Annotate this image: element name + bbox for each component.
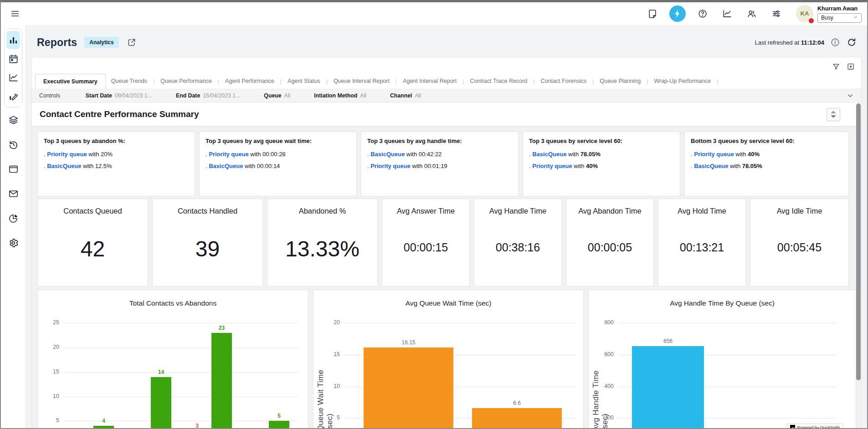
tab-contact-forensics[interactable]: Contact Forensics: [535, 74, 592, 89]
chart-bar[interactable]: [632, 346, 704, 429]
queue-link[interactable]: Priority queue: [694, 151, 734, 158]
tab-queue-performance[interactable]: Queue Performance: [155, 74, 217, 89]
sidebar-item-design-brush[interactable]: [6, 87, 20, 105]
chart-bar[interactable]: [211, 333, 232, 428]
filter-channel[interactable]: ChannelAll: [390, 92, 421, 99]
chart-card-3: Avg Handle Time By Queue (sec)Avg Handle…: [588, 290, 856, 428]
sidebar-item-history[interactable]: [6, 139, 20, 150]
tab-agent-interval-report[interactable]: Agent Interval Report: [397, 74, 462, 89]
insight-value: 40%: [586, 163, 598, 169]
queue-link[interactable]: BasicQueue: [532, 151, 566, 158]
filter-start-date[interactable]: Start Date09/04/2023 1...: [86, 92, 152, 99]
insight-line: . Priority queue with 40%: [529, 160, 674, 172]
bolt-icon[interactable]: [669, 5, 686, 22]
sidebar-item-bar-chart[interactable]: [6, 31, 20, 49]
tab-agent-performance[interactable]: Agent Performance: [220, 74, 280, 89]
filter-icon[interactable]: [831, 61, 841, 72]
queue-link[interactable]: BasicQueue: [209, 163, 243, 169]
insight-title: Bottom 3 queues by service level 60:: [691, 138, 842, 144]
filter-end-date[interactable]: End Date15/04/2023 1...: [176, 92, 240, 99]
tab-agent-status[interactable]: Agent Status: [282, 74, 326, 89]
controls-chevron-icon[interactable]: [847, 92, 854, 99]
sheet-spinner[interactable]: [827, 108, 840, 121]
spinner-down-icon[interactable]: [831, 115, 836, 118]
filter-intiation-method[interactable]: Intiation MethodAll: [314, 92, 366, 99]
insight-text: with: [81, 163, 95, 169]
status-select[interactable]: Busy: [817, 13, 862, 23]
insight-line: . BasicQueue with 78.05%: [691, 160, 842, 172]
help-icon[interactable]: [695, 6, 710, 21]
kpi-value: 00:00:15: [404, 241, 448, 254]
filter-queue[interactable]: QueueAll: [264, 92, 290, 99]
metrics-icon[interactable]: [719, 6, 735, 21]
dashboard: Contact Centre Performance Summary Top 3…: [32, 102, 861, 428]
y-tick-label: 15: [320, 351, 340, 358]
spinner-up-icon[interactable]: [831, 111, 836, 113]
calendar-icon: [8, 54, 19, 64]
external-link-icon[interactable]: [127, 38, 136, 47]
queue-link[interactable]: BasicQueue: [370, 151, 405, 158]
chart-bar[interactable]: [269, 421, 289, 428]
y-tick-label: 15: [39, 368, 59, 375]
tab-queue-interval-report[interactable]: Queue Interval Report: [328, 74, 395, 89]
topbar-right: KA Khurram Awan Busy: [645, 5, 862, 23]
chart-bar[interactable]: [151, 377, 171, 429]
note-icon[interactable]: [645, 6, 660, 21]
y-tick-label: 400: [594, 383, 614, 389]
kpi-card: Avg Abandon Time00:00:05: [566, 199, 654, 286]
powered-by-text: Powered by QuickSight: [797, 425, 840, 429]
menu-icon[interactable]: [7, 6, 23, 21]
chart-title: Total Contacts vs Abandons: [38, 299, 308, 307]
chart-card-2: Avg Queue Wait Time (sec)Queue Wait Time…: [313, 290, 584, 428]
tab-separator: |: [716, 78, 719, 85]
insight-title: Top 3 queues by avg queue wait time:: [205, 138, 350, 144]
chart-bar[interactable]: [93, 426, 114, 428]
kpi-label: Avg Idle Time: [777, 207, 822, 215]
tab-executive-summary[interactable]: Executive Summary: [35, 74, 106, 89]
controls-bar: Controls Start Date09/04/2023 1...End Da…: [32, 89, 861, 102]
layers-icon: [8, 115, 19, 125]
scrollbar-thumb[interactable]: [856, 103, 861, 380]
sidebar-item-line-chart[interactable]: [6, 68, 20, 87]
topbar-icons: [645, 5, 784, 22]
sliders-icon[interactable]: [769, 6, 784, 21]
dashboard-scrollbar[interactable]: [856, 102, 861, 428]
y-tick-label: 20: [320, 319, 340, 326]
tab-wrap-up-performance[interactable]: Wrap-Up Performance: [648, 74, 716, 89]
insight-value: 12.5%: [95, 163, 112, 169]
bar-value-label: 23: [206, 325, 238, 331]
sidebar-item-layers[interactable]: [6, 115, 20, 125]
tab-queue-planning[interactable]: Queue Planning: [594, 74, 646, 89]
sidebar-item-email[interactable]: [6, 189, 20, 199]
kpi-value: 00:13:21: [680, 241, 724, 254]
filter-label: Channel: [390, 92, 412, 99]
filter-value: All: [284, 92, 291, 99]
insight-value: 20%: [101, 151, 113, 158]
queue-link[interactable]: Priority queue: [47, 151, 87, 158]
tab-queue-trends[interactable]: Queue Trends: [106, 74, 153, 89]
avatar[interactable]: KA: [796, 5, 813, 22]
email-icon: [8, 189, 19, 199]
queue-link[interactable]: Priority queue: [532, 163, 572, 169]
insight-value: 40%: [748, 151, 760, 158]
sidebar-item-window[interactable]: [6, 164, 20, 174]
queue-link[interactable]: BasicQueue: [694, 163, 728, 169]
queue-link[interactable]: Priority queue: [209, 151, 248, 158]
y-tick-label: 800: [594, 319, 614, 326]
queue-link[interactable]: BasicQueue: [47, 163, 81, 169]
sidebar-item-pie-chart[interactable]: [6, 213, 20, 224]
tab-contract-trace-record[interactable]: Contract Trace Record: [465, 74, 533, 89]
sidebar-item-calendar[interactable]: [6, 50, 20, 68]
insight-value: 00:00:28: [262, 151, 286, 158]
chart-bar[interactable]: [364, 347, 453, 428]
queue-link[interactable]: Priority queue: [370, 163, 410, 169]
topbar: KA Khurram Awan Busy: [1, 2, 867, 25]
chart-bar[interactable]: [472, 408, 562, 428]
sidebar: [1, 25, 26, 428]
people-icon[interactable]: [744, 6, 760, 21]
export-icon[interactable]: [846, 61, 856, 72]
refresh-icon[interactable]: [846, 37, 857, 48]
kpi-value: 00:05:45: [777, 241, 822, 254]
sidebar-item-gear[interactable]: [6, 238, 20, 248]
info-icon[interactable]: [830, 37, 841, 48]
